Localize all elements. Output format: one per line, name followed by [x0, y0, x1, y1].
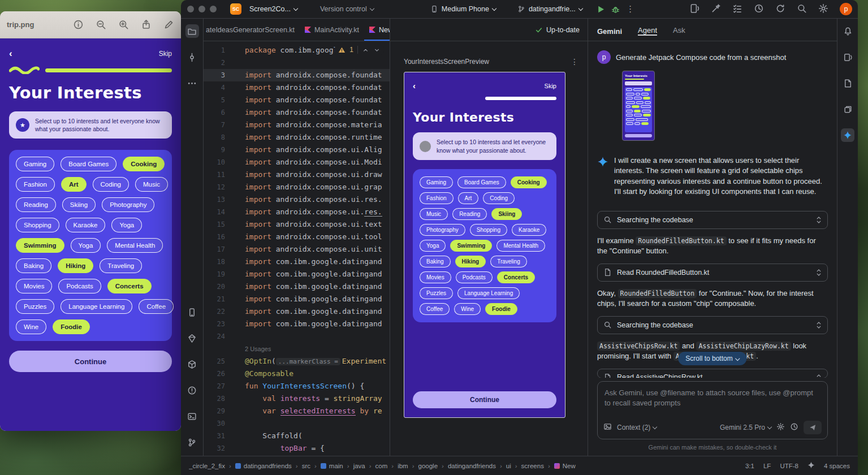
- gemini-tool-icon[interactable]: [841, 128, 854, 142]
- interest-chip[interactable]: Language Learning: [457, 287, 520, 299]
- project-selector[interactable]: Screen2Co...: [246, 3, 301, 15]
- problems-tool-icon[interactable]: [185, 383, 199, 397]
- breadcrumb-item[interactable]: _circle_2_fix: [189, 463, 225, 469]
- attach-image-icon[interactable]: [603, 422, 612, 433]
- line-separator[interactable]: LF: [763, 463, 771, 469]
- interest-chip[interactable]: Movies: [420, 271, 451, 283]
- interest-chip[interactable]: Swimming: [450, 240, 492, 252]
- code-editor[interactable]: 1package com.ibm.googl23import androidx.…: [204, 41, 390, 456]
- tab-agent[interactable]: Agent: [638, 26, 657, 36]
- breadcrumb-item[interactable]: ibm: [398, 463, 408, 469]
- code-line[interactable]: 31 Scaffold(: [204, 430, 390, 442]
- layout-inspector-icon[interactable]: [841, 102, 854, 116]
- code-line[interactable]: 8import androidx.compose.runtime: [204, 131, 390, 144]
- commit-tool-icon[interactable]: [185, 50, 199, 64]
- tool-call-chip[interactable]: Read RoundedFilledButton.kt: [597, 264, 828, 282]
- breadcrumb-item[interactable]: ui: [506, 463, 511, 469]
- tool-call-chip[interactable]: Searching the codebase: [597, 211, 828, 229]
- send-button[interactable]: [804, 421, 822, 434]
- interest-chip[interactable]: Music: [420, 208, 448, 220]
- minimize-window-button[interactable]: [198, 6, 205, 12]
- tool-call-chip[interactable]: Searching the codebase: [597, 316, 828, 334]
- interest-chip[interactable]: Mental Health: [496, 240, 545, 252]
- code-line[interactable]: 2 Usages: [204, 343, 390, 355]
- caret-position[interactable]: 3:1: [745, 463, 754, 469]
- interest-chip[interactable]: Cooking: [511, 176, 547, 188]
- interest-chip[interactable]: Art: [458, 192, 479, 204]
- preview-name-label[interactable]: YourInterestsScreenPreview: [404, 58, 489, 66]
- interest-chip[interactable]: Puzzles: [420, 287, 453, 299]
- project-tool-icon[interactable]: [185, 24, 199, 38]
- interest-chip[interactable]: Concerts: [497, 271, 535, 283]
- interest-chip[interactable]: Hiking: [455, 256, 486, 267]
- interest-chip[interactable]: Board Games: [457, 176, 506, 188]
- terminal-tool-icon[interactable]: [185, 409, 199, 423]
- app-insights-icon[interactable]: [185, 331, 199, 345]
- code-line[interactable]: 20import com.ibm.google.datingand: [204, 280, 390, 293]
- settings-gear-icon[interactable]: [818, 3, 828, 15]
- vcs-widget[interactable]: Version control: [317, 3, 377, 15]
- breadcrumb-item[interactable]: src: [302, 463, 310, 469]
- interest-chip[interactable]: Skiing: [491, 208, 522, 220]
- info-icon[interactable]: [73, 19, 84, 30]
- breadcrumb-item[interactable]: java: [353, 463, 365, 469]
- interest-chip[interactable]: Baking: [420, 256, 451, 267]
- breadcrumb-item[interactable]: screens: [521, 463, 544, 469]
- code-line[interactable]: 6import androidx.compose.foundat: [204, 106, 390, 119]
- tab-ask[interactable]: Ask: [673, 26, 685, 36]
- breadcrumb-item[interactable]: datingandfriends: [448, 463, 496, 469]
- branch-selector[interactable]: datingandfrie...: [514, 3, 586, 15]
- indent-setting[interactable]: 4 spaces: [824, 463, 850, 469]
- code-line[interactable]: 23import com.ibm.google.datingand: [204, 318, 390, 330]
- close-window-button[interactable]: [187, 6, 194, 12]
- debug-button[interactable]: [608, 2, 623, 16]
- code-line[interactable]: 27fun YourInterestsScreen() {: [204, 380, 390, 392]
- tool-call-chip[interactable]: Read AssistiveChipsRow.kt: [597, 369, 828, 378]
- code-line[interactable]: 24: [204, 330, 390, 343]
- gemini-settings-icon[interactable]: [776, 422, 785, 433]
- model-selector[interactable]: Gemini 2.5 Pro: [720, 424, 771, 431]
- search-everywhere-icon[interactable]: [797, 3, 807, 15]
- code-line[interactable]: 16import androidx.compose.ui.tool: [204, 231, 390, 243]
- markup-pencil-icon[interactable]: [163, 19, 174, 30]
- run-button[interactable]: [594, 2, 608, 16]
- ai-actions-icon[interactable]: [711, 3, 721, 15]
- code-line[interactable]: 26@Composable: [204, 368, 390, 380]
- zoom-in-icon[interactable]: [118, 19, 129, 30]
- history-icon[interactable]: [790, 422, 798, 433]
- code-line[interactable]: 9import androidx.compose.ui.Alig: [204, 144, 390, 156]
- code-line[interactable]: 10import androidx.compose.ui.Modi: [204, 156, 390, 169]
- zoom-out-icon[interactable]: [96, 19, 106, 30]
- device-explorer-icon[interactable]: [841, 76, 854, 90]
- profile-avatar[interactable]: p: [840, 3, 852, 15]
- interest-chip[interactable]: Reading: [452, 208, 487, 220]
- back-chevron[interactable]: ‹: [413, 81, 416, 90]
- breadcrumb-item[interactable]: google: [418, 463, 438, 469]
- interest-chip[interactable]: Coding: [483, 192, 515, 204]
- git-tool-icon[interactable]: [185, 435, 199, 449]
- preview-more-icon[interactable]: ⋮: [571, 57, 578, 66]
- device-streaming-icon[interactable]: [689, 3, 699, 15]
- maximize-window-button[interactable]: [210, 6, 217, 12]
- code-line[interactable]: 17import androidx.compose.ui.unit: [204, 243, 390, 256]
- context-selector[interactable]: Context (2): [617, 424, 657, 431]
- inspections-widget[interactable]: 1: [335, 45, 384, 55]
- skip-label[interactable]: Skip: [545, 83, 556, 89]
- prev-issue-chevron[interactable]: [362, 46, 369, 54]
- window-controls[interactable]: [187, 6, 217, 12]
- device-selector[interactable]: Medium Phone: [427, 3, 499, 15]
- code-line[interactable]: 15import androidx.compose.ui.text: [204, 218, 390, 231]
- interest-chip[interactable]: Traveling: [490, 256, 527, 267]
- interest-chip[interactable]: Podcasts: [456, 271, 493, 283]
- code-line[interactable]: 25@OptIn(...markerClass =Experiment: [204, 355, 390, 368]
- interest-chip[interactable]: Wine: [454, 303, 481, 315]
- code-line[interactable]: 18import com.ibm.google.datingand: [204, 256, 390, 268]
- code-line[interactable]: 19import com.ibm.google.datingand: [204, 268, 390, 280]
- interest-chip[interactable]: Yoga: [420, 240, 446, 252]
- code-line[interactable]: 2: [204, 57, 390, 69]
- share-icon[interactable]: [141, 19, 152, 30]
- code-line[interactable]: 4import androidx.compose.foundat: [204, 81, 390, 94]
- code-line[interactable]: 12import androidx.compose.ui.grap: [204, 181, 390, 193]
- ai-status-spark-icon[interactable]: [807, 461, 815, 470]
- more-tool-windows-icon[interactable]: [185, 76, 199, 90]
